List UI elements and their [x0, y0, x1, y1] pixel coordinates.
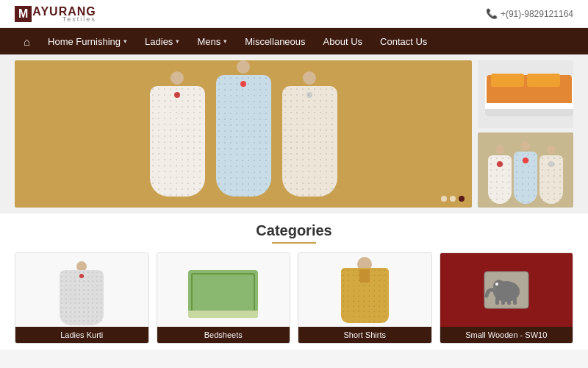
small-mannequin-1 [488, 145, 512, 204]
cat-label-ladies-kurti: Ladies Kurti [15, 327, 148, 343]
slider-dots [441, 196, 465, 202]
svg-rect-4 [501, 297, 505, 305]
phone-number: +(91)-9829121164 [501, 9, 573, 19]
mannequin-1 [150, 71, 205, 197]
banner-area [0, 54, 588, 213]
dropdown-arrow-icon: ▾ [223, 38, 227, 45]
dropdown-arrow-icon: ▾ [123, 38, 127, 45]
phone-icon: 📞 [486, 8, 498, 19]
cat-img-small-wooden [440, 253, 573, 327]
cat-card-short-shirts[interactable]: Short Shirts [298, 252, 432, 344]
svg-rect-6 [513, 297, 517, 305]
wooden-stamp-visual [477, 261, 536, 319]
mannequin-head [303, 71, 316, 85]
mannequin-head [171, 71, 184, 85]
top-bar: M AYURANG Textiles 📞 +(91)-9829121164 [0, 0, 588, 28]
mannequin-dress-2 [216, 75, 271, 197]
small-mannequin-2 [514, 141, 537, 204]
logo[interactable]: M AYURANG Textiles [15, 5, 96, 23]
svg-point-7 [495, 283, 498, 286]
cat-img-bedsheets [157, 253, 290, 327]
bed-visual [485, 72, 566, 116]
cat-label-bedsheets: Bedsheets [157, 327, 290, 343]
logo-m-letter: M [15, 6, 32, 22]
main-nav: ⌂ Home Furnishing ▾ Ladies ▾ Mens ▾ Misc… [0, 28, 588, 54]
slider-dot-2[interactable] [450, 196, 456, 202]
hero-mannequins [143, 60, 345, 208]
cat-card-bedsheets[interactable]: Bedsheets [157, 252, 291, 344]
title-underline [272, 242, 316, 244]
nav-about-us[interactable]: About Us [315, 28, 371, 54]
cat-label-small-wooden: Small Wooden - SW10 [440, 327, 573, 343]
nav-ladies[interactable]: Ladies ▾ [136, 28, 188, 54]
cat-card-ladies-kurti[interactable]: Ladies Kurti [15, 252, 149, 344]
nav-contact-us[interactable]: Contact Us [371, 28, 436, 54]
categories-section: Categories Ladies Kurti [0, 213, 588, 350]
cat-img-short-shirts [298, 253, 431, 327]
hero-slider[interactable] [15, 60, 472, 208]
elephant-stamp-svg [481, 268, 532, 312]
slider-dot-1[interactable] [441, 196, 447, 202]
nav-mens[interactable]: Mens ▾ [188, 28, 236, 54]
cat-card-small-wooden[interactable]: Small Wooden - SW10 [440, 252, 574, 344]
svg-point-2 [493, 280, 505, 293]
slider-dot-3[interactable] [459, 196, 465, 202]
categories-title: Categories [15, 222, 573, 239]
cat-img-ladies-kurti [15, 253, 148, 327]
side-thumbnails [478, 60, 573, 208]
nav-home-furnishing[interactable]: Home Furnishing ▾ [39, 28, 136, 54]
phone-display: 📞 +(91)-9829121164 [486, 8, 573, 19]
thumb-bedsheet[interactable] [478, 60, 573, 128]
nav-miscellaneous[interactable]: Miscellaneous [236, 28, 314, 54]
thumb-kurties[interactable] [478, 132, 573, 208]
mannequin-dress-3 [282, 86, 337, 197]
mannequin-dress-1 [150, 86, 205, 197]
mannequin-3 [282, 71, 337, 197]
mannequin-head [237, 60, 250, 74]
category-grid: Ladies Kurti Bedsheets [15, 252, 573, 344]
mannequin-2 [216, 60, 271, 197]
cat-label-short-shirts: Short Shirts [298, 327, 431, 343]
dropdown-arrow-icon: ▾ [176, 38, 179, 45]
small-mannequin-3 [539, 145, 563, 204]
nav-home[interactable]: ⌂ [15, 28, 39, 54]
svg-rect-3 [495, 297, 499, 305]
svg-rect-5 [507, 297, 511, 305]
